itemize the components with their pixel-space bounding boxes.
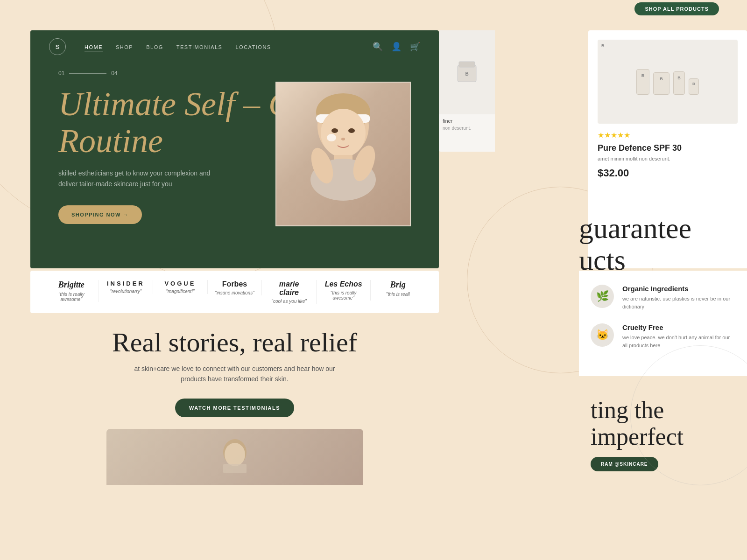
main-hero-window: S HOME SHOP BLOG TESTIMONIALS LOCATIONS … (30, 30, 439, 268)
press-name-brig: Brig (378, 280, 418, 290)
guarantee-partial-text: guarantee ucts (579, 212, 738, 276)
product-label: B (601, 43, 605, 48)
press-quote-les-echos: "this is really awesome" (324, 290, 364, 301)
product-image-container: B B B B B (598, 40, 738, 124)
product-price: $32.00 (598, 167, 738, 179)
slide-counter: 01 04 (58, 70, 411, 77)
feature-cruelty-free: 🐱 Cruelty Free we love peace. we don't h… (591, 323, 735, 349)
nav-links: HOME SHOP BLOG TESTIMONIALS LOCATIONS (85, 42, 359, 51)
cart-icon[interactable]: 🛒 (410, 42, 420, 52)
press-quote-brigitte: "this is really awesome" (51, 292, 92, 302)
instagram-button[interactable]: RAM @SKINCARE (591, 457, 658, 471)
svg-point-6 (341, 138, 345, 140)
feature-cruelty-free-title: Cruelty Free (622, 323, 735, 331)
nav-link-home[interactable]: HOME (85, 44, 103, 50)
press-brig-partial: Brig "this is reall (371, 280, 425, 297)
search-icon[interactable]: 🔍 (373, 42, 383, 52)
press-name-marie-claire: marie claire (269, 280, 309, 297)
feature-organic-text: Organic Ingredients we are naturistic. u… (622, 285, 735, 310)
cruelty-free-icon: 🐱 (591, 323, 614, 347)
hero-subtitle: skilled estheticians get to know your co… (58, 168, 217, 189)
bottom-text-line2: imperfect (591, 423, 684, 450)
testimonials-subtitle: at skin+care we love to connect with our… (130, 364, 340, 385)
press-vogue: VOGUE "magnificent!" (153, 280, 208, 294)
shopping-now-button[interactable]: SHOPPING NOW → (58, 205, 142, 224)
press-name-brigitte: Brigitte (51, 280, 92, 290)
press-les-echos: Les Echos "this is really awesome" (317, 280, 371, 301)
svg-point-9 (327, 134, 336, 141)
press-strip: Brigitte "this is really awesome" INSIDE… (30, 271, 439, 313)
jar-3: B (673, 71, 685, 95)
press-name-les-echos: Les Echos (324, 280, 364, 288)
feature-organic-desc: we are naturistic. use plastics is never… (622, 295, 735, 310)
svg-point-5 (348, 128, 355, 133)
svg-point-3 (321, 109, 366, 157)
product-jars: B B B B (636, 69, 699, 95)
slide-line (69, 73, 106, 74)
slide-end: 04 (111, 70, 117, 77)
nav-item-locations[interactable]: LOCATIONS (235, 42, 271, 51)
press-name-vogue: VOGUE (160, 280, 200, 287)
guarantee-text: guarantee ucts (579, 212, 738, 276)
svg-rect-13 (459, 62, 475, 67)
press-brigitte: Brigitte "this is really awesome" (44, 280, 99, 302)
product-stars: ★★★★★ (598, 131, 738, 140)
press-quote-insider: "revolutionarry" (106, 289, 146, 294)
svg-point-4 (331, 128, 338, 133)
nav-link-locations[interactable]: LOCATIONS (235, 44, 271, 50)
jar-2: B (653, 72, 669, 95)
feature-organic: 🌿 Organic Ingredients we are naturistic.… (591, 285, 735, 310)
press-name-insider: INSIDER (106, 280, 146, 287)
press-forbes: Forbes "insane inovations" (208, 280, 262, 295)
bottom-partial-text: ting the imperfect (591, 397, 735, 450)
nav-logo[interactable]: S (49, 38, 66, 55)
hero-image (275, 82, 411, 226)
svg-rect-17 (223, 464, 247, 473)
left-product-panel: B finer non deserunt. (439, 30, 495, 152)
left-product-image: B (439, 30, 495, 114)
press-quote-forbes: "insane inovations" (215, 290, 255, 295)
jar-1: B (636, 69, 649, 95)
testimonials-section: Real stories, real relief at skin+care w… (30, 308, 439, 504)
right-features-panel: 🌿 Organic Ingredients we are naturistic.… (579, 271, 747, 376)
guarantee-line-1: guarantee (579, 212, 738, 244)
nav-icons: 🔍 👤 🛒 (373, 42, 420, 52)
press-quote-marie-claire: "cool as you like" (269, 299, 309, 304)
nav-link-shop[interactable]: SHOP (116, 44, 133, 50)
bottom-text-line1: ting the (591, 397, 664, 423)
slide-start: 01 (58, 70, 64, 77)
nav-link-blog[interactable]: BLOG (146, 44, 163, 50)
account-icon[interactable]: 👤 (391, 42, 402, 52)
product-jar-small: B (451, 56, 483, 89)
top-banner: SHOP ALL PRODUCTS (0, 0, 747, 18)
jar-4: B (689, 78, 699, 95)
nav-item-testimonials[interactable]: TESTIMONIALS (176, 42, 223, 51)
product-name: Pure Defence SPF 30 (598, 143, 738, 153)
testimonials-title: Real stories, real relief (58, 327, 411, 358)
partial-product-name: finer (443, 118, 491, 124)
press-marie-claire: marie claire "cool as you like" (262, 280, 317, 304)
feature-cruelty-free-desc: we love peace. we don't hurt any animal … (622, 334, 735, 349)
press-quote-brig: "this is reall (378, 292, 418, 297)
nav-item-blog[interactable]: BLOG (146, 42, 163, 51)
svg-text:B: B (465, 71, 468, 77)
navigation: S HOME SHOP BLOG TESTIMONIALS LOCATIONS … (30, 30, 439, 63)
press-insider: INSIDER "revolutionarry" (99, 280, 154, 294)
nav-item-home[interactable]: HOME (85, 42, 103, 51)
watch-testimonials-button[interactable]: WATCH MORE TESTIMONIALS (175, 399, 294, 417)
svg-point-16 (225, 443, 245, 466)
press-name-forbes: Forbes (215, 280, 255, 288)
shop-all-button[interactable]: SHOP ALL PRODUCTS (634, 2, 719, 15)
hero-image-placeholder (276, 83, 410, 225)
press-quote-vogue: "magnificent!" (160, 289, 200, 294)
feature-organic-title: Organic Ingredients (622, 285, 735, 293)
testimonial-image-preview (106, 429, 363, 485)
nav-item-shop[interactable]: SHOP (116, 42, 133, 51)
feature-cruelty-free-text: Cruelty Free we love peace. we don't hur… (622, 323, 735, 349)
nav-link-testimonials[interactable]: TESTIMONIALS (176, 44, 223, 50)
hero-woman-illustration (296, 89, 390, 219)
testimonial-preview-illustration (207, 438, 263, 476)
organic-icon: 🌿 (591, 285, 614, 308)
product-description: amet minim mollit non deserunt. (598, 156, 738, 161)
right-bottom-section: ting the imperfect RAM @SKINCARE (579, 383, 747, 485)
